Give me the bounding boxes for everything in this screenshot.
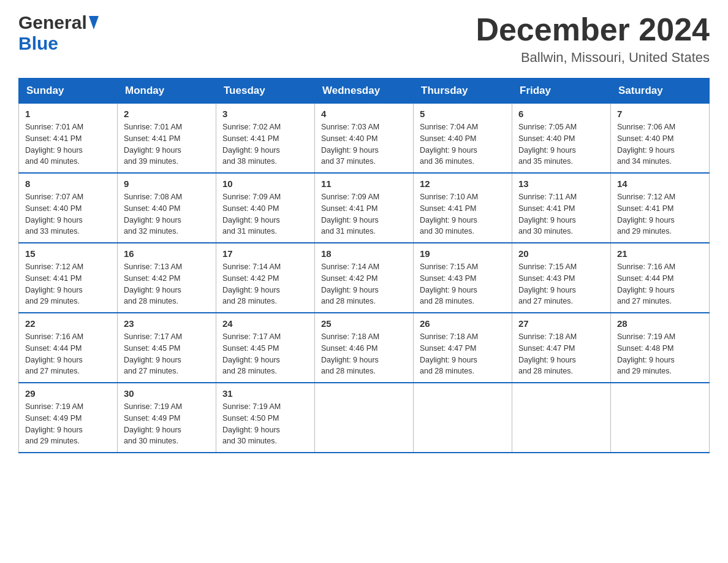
day-number: 1 xyxy=(25,109,111,119)
day-cell: 31 Sunrise: 7:19 AM Sunset: 4:50 PM Dayl… xyxy=(216,383,315,453)
day-info: Sunrise: 7:18 AM Sunset: 4:46 PM Dayligh… xyxy=(321,332,379,375)
day-number: 4 xyxy=(321,109,407,119)
week-row-4: 22 Sunrise: 7:16 AM Sunset: 4:44 PM Dayl… xyxy=(19,313,710,383)
day-number: 19 xyxy=(420,248,506,259)
day-number: 7 xyxy=(617,109,703,119)
day-info: Sunrise: 7:13 AM Sunset: 4:42 PM Dayligh… xyxy=(124,262,182,305)
day-cell: 10 Sunrise: 7:09 AM Sunset: 4:40 PM Dayl… xyxy=(216,173,315,243)
week-row-3: 15 Sunrise: 7:12 AM Sunset: 4:41 PM Dayl… xyxy=(19,243,710,313)
day-number: 5 xyxy=(420,109,506,119)
day-cell: 26 Sunrise: 7:18 AM Sunset: 4:47 PM Dayl… xyxy=(414,313,512,383)
day-info: Sunrise: 7:12 AM Sunset: 4:41 PM Dayligh… xyxy=(617,193,675,236)
day-cell: 12 Sunrise: 7:10 AM Sunset: 4:41 PM Dayl… xyxy=(414,173,512,243)
header-cell-wednesday: Wednesday xyxy=(315,79,414,104)
calendar-header: SundayMondayTuesdayWednesdayThursdayFrid… xyxy=(19,79,710,104)
day-number: 6 xyxy=(518,109,604,119)
day-cell: 6 Sunrise: 7:05 AM Sunset: 4:40 PM Dayli… xyxy=(512,104,611,174)
day-cell: 28 Sunrise: 7:19 AM Sunset: 4:48 PM Dayl… xyxy=(611,313,710,383)
logo-general-text: General xyxy=(18,12,87,33)
day-number: 2 xyxy=(124,109,210,119)
day-info: Sunrise: 7:16 AM Sunset: 4:44 PM Dayligh… xyxy=(617,262,675,305)
title-area: December 2024 Ballwin, Missouri, United … xyxy=(476,12,710,66)
header-cell-saturday: Saturday xyxy=(611,79,710,104)
day-info: Sunrise: 7:06 AM Sunset: 4:40 PM Dayligh… xyxy=(617,123,675,166)
header-cell-sunday: Sunday xyxy=(19,79,118,104)
day-cell: 27 Sunrise: 7:18 AM Sunset: 4:47 PM Dayl… xyxy=(512,313,611,383)
day-number: 31 xyxy=(222,388,308,399)
day-info: Sunrise: 7:17 AM Sunset: 4:45 PM Dayligh… xyxy=(222,332,281,375)
week-row-1: 1 Sunrise: 7:01 AM Sunset: 4:41 PM Dayli… xyxy=(19,104,710,174)
day-info: Sunrise: 7:04 AM Sunset: 4:40 PM Dayligh… xyxy=(420,123,478,166)
day-number: 20 xyxy=(518,248,604,259)
day-number: 25 xyxy=(321,318,407,329)
svg-marker-0 xyxy=(89,16,99,29)
calendar-subtitle: Ballwin, Missouri, United States xyxy=(476,50,710,66)
header-cell-monday: Monday xyxy=(118,79,216,104)
calendar-table: SundayMondayTuesdayWednesdayThursdayFrid… xyxy=(18,78,710,453)
day-cell: 7 Sunrise: 7:06 AM Sunset: 4:40 PM Dayli… xyxy=(611,104,710,174)
day-info: Sunrise: 7:19 AM Sunset: 4:49 PM Dayligh… xyxy=(25,402,83,445)
day-number: 13 xyxy=(518,178,604,189)
day-number: 22 xyxy=(25,318,111,329)
day-info: Sunrise: 7:05 AM Sunset: 4:40 PM Dayligh… xyxy=(518,123,577,166)
day-cell xyxy=(611,383,710,453)
day-number: 28 xyxy=(617,318,703,329)
day-cell: 13 Sunrise: 7:11 AM Sunset: 4:41 PM Dayl… xyxy=(512,173,611,243)
day-cell: 8 Sunrise: 7:07 AM Sunset: 4:40 PM Dayli… xyxy=(19,173,118,243)
logo: General Blue xyxy=(18,12,99,54)
day-number: 17 xyxy=(222,248,308,259)
day-info: Sunrise: 7:09 AM Sunset: 4:40 PM Dayligh… xyxy=(222,193,281,236)
day-cell xyxy=(315,383,414,453)
day-cell: 29 Sunrise: 7:19 AM Sunset: 4:49 PM Dayl… xyxy=(19,383,118,453)
week-row-2: 8 Sunrise: 7:07 AM Sunset: 4:40 PM Dayli… xyxy=(19,173,710,243)
day-number: 12 xyxy=(420,178,506,189)
day-cell: 18 Sunrise: 7:14 AM Sunset: 4:42 PM Dayl… xyxy=(315,243,414,313)
day-info: Sunrise: 7:19 AM Sunset: 4:49 PM Dayligh… xyxy=(124,402,182,445)
day-number: 16 xyxy=(124,248,210,259)
day-info: Sunrise: 7:14 AM Sunset: 4:42 PM Dayligh… xyxy=(222,262,281,305)
day-cell: 23 Sunrise: 7:17 AM Sunset: 4:45 PM Dayl… xyxy=(118,313,216,383)
day-info: Sunrise: 7:15 AM Sunset: 4:43 PM Dayligh… xyxy=(518,262,577,305)
day-number: 8 xyxy=(25,178,111,189)
day-cell: 1 Sunrise: 7:01 AM Sunset: 4:41 PM Dayli… xyxy=(19,104,118,174)
day-cell: 9 Sunrise: 7:08 AM Sunset: 4:40 PM Dayli… xyxy=(118,173,216,243)
day-info: Sunrise: 7:19 AM Sunset: 4:50 PM Dayligh… xyxy=(222,402,281,445)
day-number: 30 xyxy=(124,388,210,399)
day-cell: 20 Sunrise: 7:15 AM Sunset: 4:43 PM Dayl… xyxy=(512,243,611,313)
day-cell: 15 Sunrise: 7:12 AM Sunset: 4:41 PM Dayl… xyxy=(19,243,118,313)
header-row: SundayMondayTuesdayWednesdayThursdayFrid… xyxy=(19,79,710,104)
day-cell: 24 Sunrise: 7:17 AM Sunset: 4:45 PM Dayl… xyxy=(216,313,315,383)
day-cell xyxy=(512,383,611,453)
day-cell: 25 Sunrise: 7:18 AM Sunset: 4:46 PM Dayl… xyxy=(315,313,414,383)
day-info: Sunrise: 7:12 AM Sunset: 4:41 PM Dayligh… xyxy=(25,262,83,305)
day-info: Sunrise: 7:09 AM Sunset: 4:41 PM Dayligh… xyxy=(321,193,379,236)
day-number: 23 xyxy=(124,318,210,329)
day-number: 24 xyxy=(222,318,308,329)
logo-triangle-icon xyxy=(89,16,99,32)
day-number: 27 xyxy=(518,318,604,329)
day-info: Sunrise: 7:11 AM Sunset: 4:41 PM Dayligh… xyxy=(518,193,577,236)
day-info: Sunrise: 7:17 AM Sunset: 4:45 PM Dayligh… xyxy=(124,332,182,375)
day-number: 26 xyxy=(420,318,506,329)
day-info: Sunrise: 7:03 AM Sunset: 4:40 PM Dayligh… xyxy=(321,123,379,166)
day-cell: 22 Sunrise: 7:16 AM Sunset: 4:44 PM Dayl… xyxy=(19,313,118,383)
day-cell: 14 Sunrise: 7:12 AM Sunset: 4:41 PM Dayl… xyxy=(611,173,710,243)
day-cell: 19 Sunrise: 7:15 AM Sunset: 4:43 PM Dayl… xyxy=(414,243,512,313)
day-number: 3 xyxy=(222,109,308,119)
day-cell: 21 Sunrise: 7:16 AM Sunset: 4:44 PM Dayl… xyxy=(611,243,710,313)
day-number: 18 xyxy=(321,248,407,259)
day-cell: 16 Sunrise: 7:13 AM Sunset: 4:42 PM Dayl… xyxy=(118,243,216,313)
header: General Blue December 2024 Ballwin, Miss… xyxy=(18,12,710,66)
day-cell: 11 Sunrise: 7:09 AM Sunset: 4:41 PM Dayl… xyxy=(315,173,414,243)
day-cell: 5 Sunrise: 7:04 AM Sunset: 4:40 PM Dayli… xyxy=(414,104,512,174)
day-info: Sunrise: 7:16 AM Sunset: 4:44 PM Dayligh… xyxy=(25,332,83,375)
day-number: 29 xyxy=(25,388,111,399)
day-cell: 2 Sunrise: 7:01 AM Sunset: 4:41 PM Dayli… xyxy=(118,104,216,174)
day-number: 11 xyxy=(321,178,407,189)
calendar-body: 1 Sunrise: 7:01 AM Sunset: 4:41 PM Dayli… xyxy=(19,104,710,453)
day-info: Sunrise: 7:18 AM Sunset: 4:47 PM Dayligh… xyxy=(420,332,478,375)
day-cell xyxy=(414,383,512,453)
day-cell: 3 Sunrise: 7:02 AM Sunset: 4:41 PM Dayli… xyxy=(216,104,315,174)
day-info: Sunrise: 7:18 AM Sunset: 4:47 PM Dayligh… xyxy=(518,332,577,375)
day-info: Sunrise: 7:15 AM Sunset: 4:43 PM Dayligh… xyxy=(420,262,478,305)
